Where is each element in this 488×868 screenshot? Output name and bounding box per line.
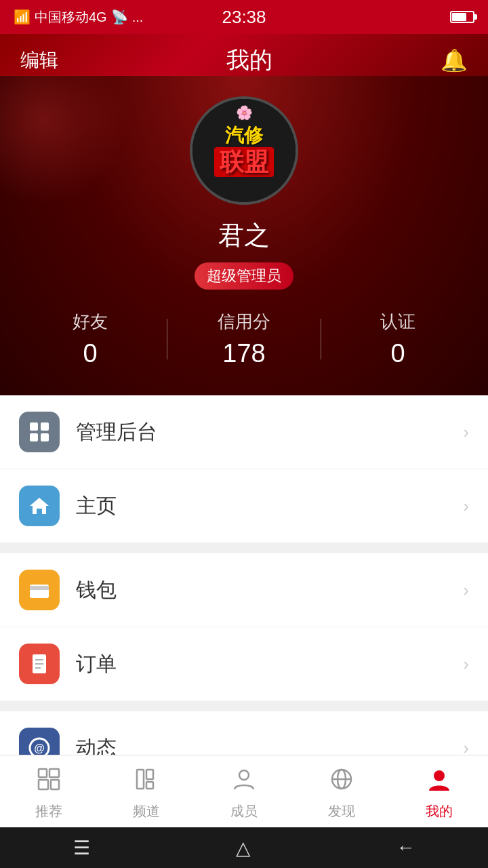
discover-icon [329,766,354,798]
member-icon [231,766,257,798]
stat-verify: 认证 0 [321,310,474,368]
nav-item-mine[interactable]: 我的 [426,766,453,821]
mine-label: 我的 [426,802,453,821]
wifi-icon: 📡 [111,9,128,25]
svg-rect-19 [146,770,153,779]
wallet-chevron: › [463,580,469,601]
wallet-label: 钱包 [76,576,463,604]
svg-point-6 [41,590,46,595]
order-chevron: › [463,654,469,675]
admin-chevron: › [463,422,469,443]
svg-rect-5 [30,586,49,590]
sys-home-button[interactable]: △ [236,837,251,859]
nav-item-member[interactable]: 成员 [230,766,258,821]
home-label: 主页 [76,492,463,520]
system-nav: ☰ △ ← [0,827,488,868]
bell-button[interactable]: 🔔 [441,47,468,73]
svg-rect-3 [41,433,49,441]
menu-item-home[interactable]: 主页 › [0,469,488,542]
home-icon [19,486,60,526]
svg-rect-16 [39,780,48,789]
stats-row: 好友 0 信用分 178 认证 0 [14,310,474,368]
edit-button[interactable]: 编辑 [20,47,58,73]
svg-rect-1 [41,422,49,431]
avatar[interactable]: 🌸 汽修 联盟 [190,96,298,205]
page-title: 我的 [226,45,272,76]
user-badge: 超级管理员 [195,262,293,290]
order-label: 订单 [76,650,463,678]
admin-label: 管理后台 [76,418,463,446]
status-time: 23:38 [222,7,266,28]
nav-item-recommend[interactable]: 推荐 [35,766,62,821]
admin-icon [19,412,60,452]
svg-rect-14 [39,769,47,777]
stat-friends: 好友 0 [14,310,167,368]
credit-value: 178 [222,339,265,368]
channel-icon [134,766,159,798]
nav-item-channel[interactable]: 频道 [133,766,160,821]
mine-icon [426,766,452,798]
bottom-nav: 推荐 频道 成员 发现 [0,755,488,827]
recommend-label: 推荐 [35,802,62,821]
verify-label: 认证 [380,310,415,334]
svg-point-25 [434,770,445,781]
svg-point-21 [239,770,249,780]
order-icon [19,644,60,684]
credit-label: 信用分 [218,310,270,334]
avatar-text-top: 汽修 [225,124,263,147]
status-left: 📶 中国移动4G 📡 ... [14,8,143,26]
svg-text:@: @ [34,743,45,754]
sys-back-button[interactable]: ← [396,837,415,859]
svg-rect-20 [146,782,153,789]
svg-rect-17 [51,780,59,789]
menu-group-1: 管理后台 › 主页 › [0,395,488,542]
menu-group-2: 钱包 › 订单 › [0,553,488,701]
menu-item-order[interactable]: 订单 › [0,627,488,701]
wallet-icon [19,570,60,610]
recommend-icon [36,766,62,798]
username: 君之 [218,218,270,253]
nav-item-discover[interactable]: 发现 [328,766,355,821]
header: 编辑 我的 🔔 [0,34,488,76]
menu-item-wallet[interactable]: 钱包 › [0,553,488,627]
carrier-label: 中国移动4G [35,8,107,26]
channel-label: 频道 [133,802,160,821]
member-label: 成员 [230,802,258,821]
profile-section: 🌸 汽修 联盟 君之 超级管理员 好友 0 信用分 178 认证 0 [0,76,488,395]
svg-rect-18 [137,770,144,789]
status-right [450,11,474,23]
battery-icon [450,11,474,23]
menu-item-admin[interactable]: 管理后台 › [0,395,488,469]
svg-rect-15 [49,769,59,777]
sys-menu-button[interactable]: ☰ [73,837,90,859]
svg-rect-2 [30,433,38,441]
stat-credit: 信用分 178 [167,310,321,368]
friends-label: 好友 [73,310,108,334]
avatar-text-main: 联盟 [214,147,274,177]
friends-value: 0 [83,339,97,368]
avatar-decoration: 🌸 [236,104,253,121]
dots-label: ... [132,9,144,25]
svg-rect-0 [30,422,38,431]
signal-icon: 📶 [14,9,30,25]
status-bar: 📶 中国移动4G 📡 ... 23:38 [0,0,488,34]
discover-label: 发现 [328,802,355,821]
verify-value: 0 [390,339,405,368]
home-chevron: › [463,496,469,517]
